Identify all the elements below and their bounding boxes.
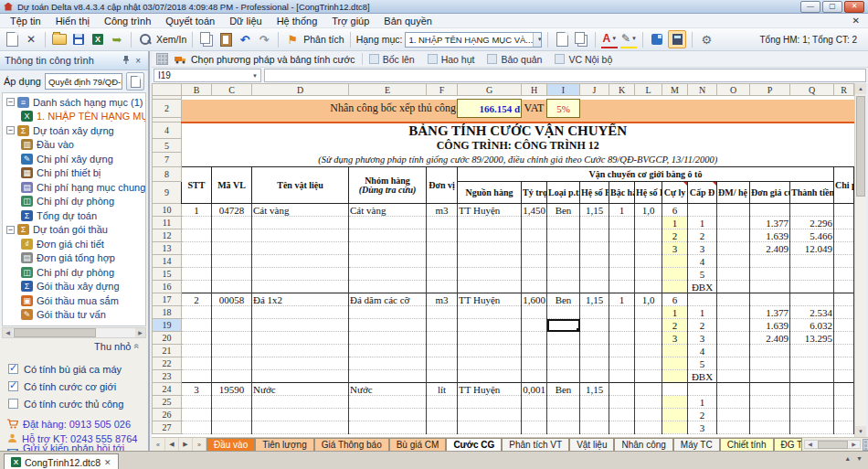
tree-item[interactable]: ◫Chi phí dự phòng: [3, 265, 145, 280]
column-header[interactable]: C: [212, 84, 252, 96]
sheet-cell[interactable]: [458, 217, 522, 229]
sheet-cell[interactable]: [750, 421, 790, 434]
sheet-cell[interactable]: [609, 268, 635, 281]
sheet-cell[interactable]: [609, 370, 635, 383]
sheet-cell[interactable]: STT: [182, 167, 212, 204]
sheet-cell[interactable]: [662, 409, 688, 421]
sheet-cell[interactable]: [547, 357, 580, 370]
sheet-cell[interactable]: [427, 319, 458, 332]
sheet-cell[interactable]: [212, 421, 252, 434]
sheet-cell[interactable]: [834, 204, 854, 217]
sheet-cell[interactable]: Ben: [547, 383, 580, 396]
sheet-cell[interactable]: [547, 396, 580, 409]
sheet-cell[interactable]: [580, 357, 609, 370]
sheet-cell[interactable]: 2.409: [750, 242, 790, 255]
sheet-cell[interactable]: [182, 100, 252, 118]
sheet-cell[interactable]: [688, 383, 717, 396]
sheet-cell[interactable]: 1.639: [750, 319, 790, 332]
tree-item[interactable]: −ΣDự toán gói thầu: [3, 223, 145, 238]
freight-checkbox[interactable]: Bốc lên: [369, 54, 415, 65]
sheet-cell[interactable]: [547, 345, 580, 357]
sheet-cell[interactable]: [580, 268, 609, 281]
sheet-cell[interactable]: [662, 281, 688, 293]
sheet-cell[interactable]: [522, 421, 547, 434]
category-select[interactable]: 1. NHẬP TÊN HẠNG MỤC VÀ... ▼: [405, 32, 542, 48]
sheet-cell[interactable]: 5: [688, 268, 717, 281]
column-header[interactable]: B: [182, 84, 212, 96]
sheet-cell[interactable]: [182, 421, 212, 434]
sheet-cell[interactable]: [662, 396, 688, 409]
column-header[interactable]: P: [750, 84, 790, 96]
column-header[interactable]: N: [688, 84, 717, 96]
view-print-button[interactable]: Xem/In: [156, 34, 186, 45]
row-header[interactable]: 13: [153, 242, 182, 255]
tabs-horizontal-scrollbar[interactable]: ◀ ▶: [804, 440, 861, 449]
sheet-cell[interactable]: 12.049: [790, 242, 834, 255]
tree-item[interactable]: ▣Gói thầu mua sắm: [3, 293, 145, 308]
sheet-cell[interactable]: [547, 421, 580, 434]
chevron-collapse-icon[interactable]: «: [132, 344, 143, 349]
tree-item[interactable]: ΣGói thầu xây dựng: [3, 280, 145, 294]
sheet-cell[interactable]: lít: [427, 383, 458, 396]
sheet-cell[interactable]: 2: [688, 319, 717, 332]
sheet-cell[interactable]: [252, 409, 349, 421]
sheet-cell[interactable]: [790, 383, 834, 396]
sheet-cell[interactable]: [717, 370, 750, 383]
row-header[interactable]: 19: [153, 319, 182, 332]
column-header[interactable]: H: [522, 84, 547, 96]
scroll-left-icon[interactable]: ◀: [3, 328, 13, 337]
sheet-cell[interactable]: 1: [609, 204, 635, 217]
sheet-cell[interactable]: [688, 293, 717, 306]
sheet-cell[interactable]: [580, 229, 609, 242]
sheet-cell[interactable]: [834, 255, 854, 268]
sheet-cell[interactable]: [458, 229, 522, 242]
sheet-cell[interactable]: [427, 229, 458, 242]
sheet-nav-button[interactable]: ◀: [165, 438, 179, 451]
sheet-cell[interactable]: [790, 255, 834, 268]
sheet-cell[interactable]: BẢNG TÍNH CƯỚC VẬN CHUYỂN: [182, 123, 854, 139]
sheet-cell[interactable]: (Sử dụng phương pháp tính giống cước 89/…: [182, 153, 854, 167]
sheet-cell[interactable]: [252, 281, 349, 293]
sheet-cell[interactable]: [635, 306, 662, 319]
row-header[interactable]: 11: [153, 217, 182, 229]
duplicate-icon[interactable]: [573, 31, 589, 48]
sheet-cell[interactable]: [458, 421, 522, 434]
sheet-tab[interactable]: Vật liệu: [569, 438, 614, 451]
sheet-cell[interactable]: 19590: [212, 383, 252, 396]
sheet-cell[interactable]: 1,15: [580, 204, 609, 217]
sheet-cell[interactable]: [790, 409, 834, 421]
formula-input[interactable]: [264, 69, 866, 82]
sheet-cell[interactable]: [522, 332, 547, 345]
menu-item[interactable]: Công trình: [97, 15, 158, 27]
sheet-cell[interactable]: [580, 306, 609, 319]
scrollbar-thumb[interactable]: [856, 96, 865, 197]
vertical-scrollbar[interactable]: ▲ ▼: [854, 83, 866, 437]
import-icon[interactable]: ➥: [109, 31, 125, 48]
freight-checkbox[interactable]: VC Nội bộ: [555, 54, 612, 65]
blue-doc-icon[interactable]: [649, 31, 665, 48]
sheet-cell[interactable]: 3: [688, 242, 717, 255]
row-header[interactable]: 22: [153, 357, 182, 370]
sheet-cell[interactable]: [182, 332, 212, 345]
sheet-cell[interactable]: [212, 242, 252, 255]
sheet-cell[interactable]: Tên vật liệu: [252, 167, 349, 204]
sheet-cell[interactable]: [252, 217, 349, 229]
sheet-cell[interactable]: [834, 319, 854, 332]
close-button[interactable]: ✕: [844, 1, 864, 13]
grid-icon[interactable]: [156, 53, 168, 65]
sheet-cell[interactable]: [182, 357, 212, 370]
sheet-cell[interactable]: 3: [182, 383, 212, 396]
font-color-icon[interactable]: A▼: [601, 30, 618, 48]
freight-checkbox[interactable]: Bảo quản: [487, 54, 542, 65]
sheet-cell[interactable]: [717, 217, 750, 229]
sheet-cell[interactable]: [547, 306, 580, 319]
sheet-cell[interactable]: [252, 306, 349, 319]
sheet-cell[interactable]: [609, 319, 635, 332]
paste-icon[interactable]: [217, 31, 234, 48]
tree-item[interactable]: ✎Chi phí xây dựng: [3, 152, 145, 166]
sheet-cell[interactable]: [522, 357, 547, 370]
sheet-cell[interactable]: Cự ly: [662, 182, 688, 204]
sheet-cell[interactable]: [458, 319, 522, 332]
sheet-cell[interactable]: [717, 357, 750, 370]
sheet-cell[interactable]: [662, 345, 688, 357]
